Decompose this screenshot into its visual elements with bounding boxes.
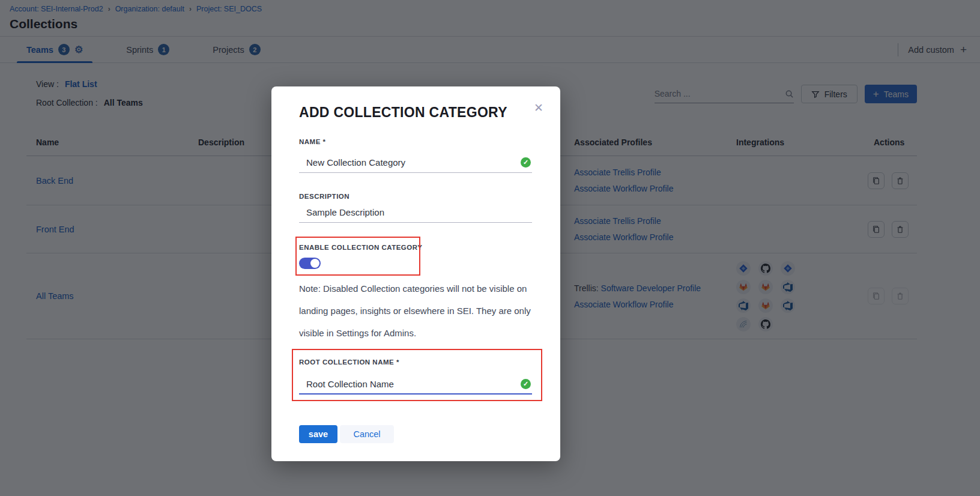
name-input[interactable] [299, 157, 521, 168]
cancel-button[interactable]: Cancel [340, 425, 394, 443]
valid-check-icon: ✓ [521, 379, 531, 389]
enable-category-label: ENABLE COLLECTION CATEGORY [299, 244, 422, 251]
root-collection-name-label: ROOT COLLECTION NAME * [299, 358, 399, 366]
enable-category-toggle[interactable] [299, 258, 321, 269]
toggle-knob [310, 259, 319, 268]
root-collection-name-field: ✓ [299, 374, 532, 395]
collections-page: Account: SEI-Internal-Prod2 › Organizati… [0, 0, 980, 496]
description-input[interactable] [299, 207, 532, 217]
disabled-note-text: Note: Disabled Collection categories wil… [299, 277, 540, 344]
add-collection-category-modal: ADD COLLECTION CATEGORY ✕ NAME * ✓ DESCR… [271, 86, 560, 461]
description-field [299, 202, 532, 223]
close-icon[interactable]: ✕ [534, 101, 543, 115]
valid-check-icon: ✓ [521, 157, 531, 168]
name-field: ✓ [299, 153, 532, 173]
name-field-label: NAME * [299, 138, 326, 145]
modal-title: ADD COLLECTION CATEGORY [299, 104, 507, 121]
red-highlight-enable-toggle [295, 237, 420, 276]
description-field-label: DESCRIPTION [299, 193, 349, 200]
root-collection-name-input[interactable] [299, 379, 521, 389]
save-button[interactable]: save [299, 425, 337, 443]
